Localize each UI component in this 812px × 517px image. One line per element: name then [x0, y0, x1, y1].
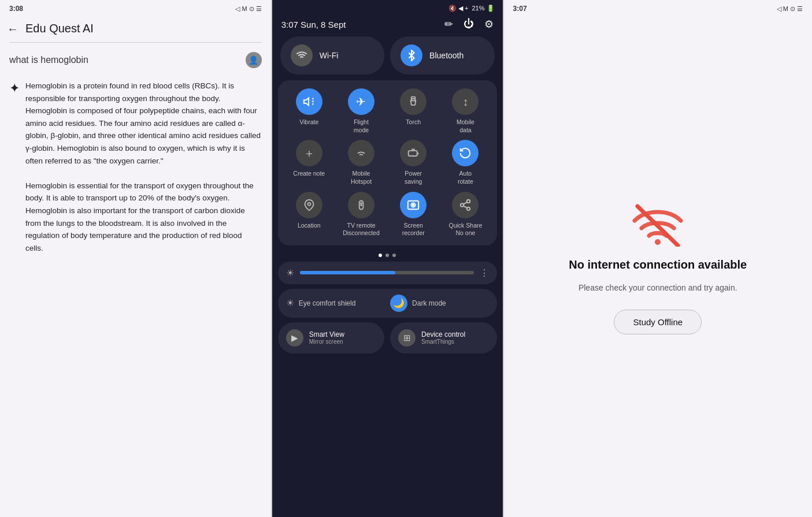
svg-marker-1 [304, 98, 309, 106]
location-label: Location [298, 222, 321, 230]
tile-quick-share[interactable]: Quick ShareNo one [442, 192, 488, 237]
smart-view-icon: ▶ [286, 329, 303, 347]
location-icon [296, 192, 322, 218]
vibrate-label: Vibrate [299, 118, 318, 127]
qs-bottom-tiles: ▶ Smart View Mirror screen ⊞ Device cont… [272, 322, 503, 360]
qs-header-icons: ✏ ⏻ ⚙ [444, 18, 494, 31]
power-saving-icon [400, 140, 427, 166]
dot-1 [379, 254, 382, 257]
tile-create-note[interactable]: ＋ Create note [286, 140, 332, 185]
dark-mode-label: Dark mode [412, 299, 446, 307]
page-dots [272, 251, 503, 262]
left-panel: 3:08 ◁ M ⊙ ☰ ← Edu Quest AI what is hemo… [0, 0, 271, 517]
brightness-more-icon[interactable]: ⋮ [480, 267, 489, 278]
tile-screen-recorder[interactable]: Screenrecorder [390, 192, 436, 237]
study-offline-button[interactable]: Study Offline [614, 310, 702, 334]
right-status-icons: ◁ M ⊙ ☰ [777, 5, 803, 13]
no-internet-title: No internet connection available [569, 258, 747, 271]
quick-share-label: Quick ShareNo one [449, 222, 483, 237]
svg-line-18 [464, 206, 467, 208]
mobile-data-icon: ↕ [452, 88, 479, 115]
tile-power-saving[interactable]: Powersaving [390, 140, 436, 185]
dark-mode-toggle[interactable]: 🌙 Dark mode [390, 295, 488, 312]
dark-mode-icon: 🌙 [390, 295, 407, 312]
wifi-label: Wi-Fi [320, 51, 339, 60]
qs-main-tiles: Wi-Fi Bluetooth [272, 36, 503, 80]
eye-comfort-label: Eye comfort shield [299, 299, 356, 307]
svg-rect-4 [411, 97, 416, 99]
svg-point-7 [307, 202, 310, 205]
screen-recorder-icon [400, 192, 427, 218]
svg-point-16 [461, 203, 464, 207]
device-control-tile[interactable]: ⊞ Device control SmartThings [390, 322, 496, 354]
svg-point-20 [655, 239, 661, 245]
eye-comfort-toggle[interactable]: ☀ Eye comfort shield [286, 297, 384, 308]
quick-share-icon [452, 192, 479, 218]
brightness-slider[interactable]: ☀ ⋮ [278, 262, 497, 284]
left-status-bar: 3:08 ◁ M ⊙ ☰ [0, 0, 271, 17]
right-time: 3:07 [513, 5, 527, 13]
eye-comfort-icon: ☀ [286, 297, 294, 308]
qs-header: 3:07 Sun, 8 Sept ✏ ⏻ ⚙ [272, 14, 503, 36]
tile-location[interactable]: Location [286, 192, 332, 237]
tile-torch[interactable]: Torch [390, 88, 436, 134]
brightness-track [300, 271, 474, 274]
brightness-sun-icon: ☀ [286, 267, 294, 278]
response-text: Hemoglobin is a protein found in red blo… [25, 80, 262, 510]
vibrate-icon [296, 88, 322, 115]
auto-rotate-icon [452, 140, 479, 166]
svg-line-19 [464, 202, 467, 204]
brightness-fill [300, 271, 395, 274]
qs-status-bar: 🔇 ◀ + 21% 🔋 [272, 0, 503, 14]
dot-3 [392, 254, 396, 257]
svg-point-15 [467, 199, 470, 203]
device-control-icon: ⊞ [398, 329, 416, 347]
dot-2 [385, 254, 389, 257]
left-top-bar: ← Edu Quest AI [0, 17, 271, 42]
torch-icon [400, 88, 427, 115]
auto-rotate-label: Autorotate [458, 170, 473, 185]
left-time: 3:08 [9, 5, 23, 13]
tile-vibrate[interactable]: Vibrate [286, 88, 332, 134]
right-status-bar: 3:07 ◁ M ⊙ ☰ [504, 0, 812, 17]
svg-rect-6 [409, 151, 417, 156]
query-text: what is hemoglobin [9, 55, 88, 65]
user-avatar: 👤 [246, 52, 262, 68]
svg-point-14 [413, 204, 414, 206]
qs-battery: 21% 🔋 [472, 5, 494, 12]
left-status-icons: ◁ M ⊙ ☰ [235, 5, 261, 13]
wifi-tile[interactable]: Wi-Fi [280, 36, 384, 75]
hotspot-icon [348, 140, 375, 166]
qs-datetime: 3:07 Sun, 8 Sept [281, 20, 346, 29]
smart-view-label: Smart View [309, 330, 344, 339]
edit-icon[interactable]: ✏ [444, 18, 453, 31]
tile-flight[interactable]: ✈ Flightmode [338, 88, 384, 134]
tile-mobile-data[interactable]: ↕ Mobiledata [442, 88, 488, 134]
power-saving-label: Powersaving [405, 170, 422, 185]
settings-icon[interactable]: ⚙ [484, 18, 494, 31]
tile-tv-remote[interactable]: TV remoteDisconnected [338, 192, 384, 237]
tile-auto-rotate[interactable]: Autorotate [442, 140, 488, 185]
no-wifi-icon [629, 200, 687, 247]
qs-grid: Vibrate ✈ Flightmode Torch ↕ Mobiledata … [278, 80, 497, 246]
device-control-text: Device control SmartThings [421, 330, 465, 345]
back-button[interactable]: ← [7, 23, 18, 35]
query-area: what is hemoglobin 👤 [0, 43, 271, 73]
smart-view-tile[interactable]: ▶ Smart View Mirror screen [278, 322, 384, 354]
tile-hotspot[interactable]: MobileHotspot [338, 140, 384, 185]
screen-recorder-label: Screenrecorder [402, 222, 425, 237]
tv-remote-label: TV remoteDisconnected [343, 222, 380, 237]
tv-remote-icon [348, 192, 375, 218]
svg-point-17 [467, 207, 470, 210]
no-internet-sub: Please check your connection and try aga… [579, 283, 737, 292]
svg-point-9 [361, 202, 362, 203]
qs-toggles-row: ☀ Eye comfort shield 🌙 Dark mode [278, 289, 497, 318]
flight-icon: ✈ [348, 88, 375, 115]
no-internet-body: No internet connection available Please … [504, 17, 812, 517]
wifi-icon [291, 44, 313, 66]
torch-label: Torch [406, 118, 421, 127]
power-icon[interactable]: ⏻ [464, 18, 474, 31]
create-note-icon: ＋ [296, 140, 322, 166]
smart-view-text: Smart View Mirror screen [309, 330, 344, 345]
bluetooth-tile[interactable]: Bluetooth [390, 36, 494, 75]
